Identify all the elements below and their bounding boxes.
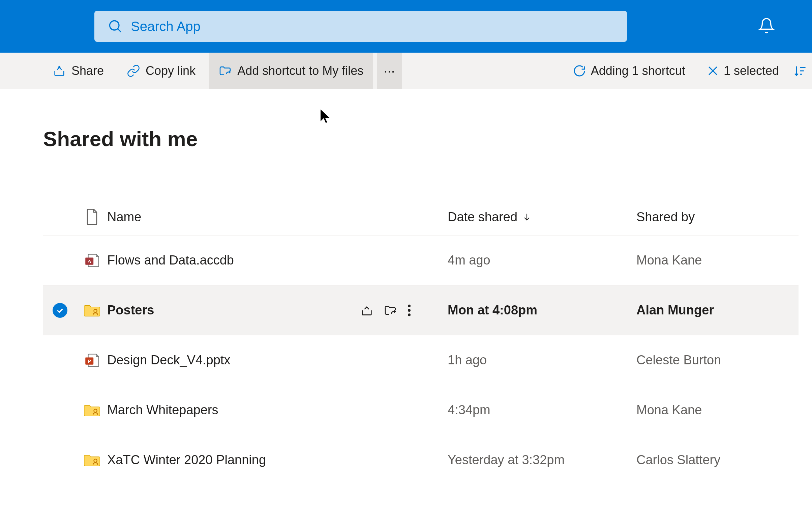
- more-actions-button[interactable]: ···: [377, 53, 402, 89]
- clear-selection-button[interactable]: 1 selected: [699, 53, 786, 89]
- share-label: Share: [71, 64, 104, 78]
- search-box[interactable]: Search App: [95, 11, 627, 42]
- file-name[interactable]: XaTC Winter 2020 Planning: [107, 453, 360, 467]
- copy-link-label: Copy link: [146, 64, 195, 78]
- add-shortcut-label: Add shortcut to My files: [237, 64, 363, 78]
- shared-by-cell: Alan Munger: [636, 303, 798, 318]
- svg-line-1: [118, 29, 121, 32]
- column-header-sharedby[interactable]: Shared by: [636, 210, 798, 224]
- svg-text:P: P: [88, 358, 91, 364]
- row-more-button[interactable]: [407, 304, 411, 317]
- row-shortcut-button[interactable]: [383, 304, 397, 317]
- date-shared-cell: 4m ago: [448, 253, 636, 267]
- page-title: Shared with me: [43, 127, 798, 151]
- date-header-label: Date shared: [448, 210, 518, 224]
- selection-check-icon[interactable]: [53, 303, 68, 318]
- file-name[interactable]: Flows and Data.accdb: [107, 253, 360, 267]
- add-shortcut-button[interactable]: Add shortcut to My files: [209, 53, 373, 89]
- table-row[interactable]: P Design Deck_V4.pptx1h agoCeleste Burto…: [43, 335, 798, 385]
- file-icon: [85, 208, 99, 226]
- share-icon: [53, 64, 66, 78]
- share-button[interactable]: Share: [43, 53, 113, 89]
- notifications-button[interactable]: [751, 17, 782, 36]
- arrow-down-icon: [522, 212, 532, 222]
- table-row[interactable]: XaTC Winter 2020 PlanningYesterday at 3:…: [43, 435, 798, 485]
- shared-folder-icon: [77, 303, 107, 318]
- table-row[interactable]: Posters Mon at 4:08pmAlan Mu: [43, 285, 798, 335]
- row-share-button[interactable]: [360, 304, 374, 317]
- cursor-icon: [319, 107, 332, 125]
- folder-shortcut-icon: [383, 304, 397, 317]
- column-header-date[interactable]: Date shared: [448, 210, 636, 224]
- svg-point-12: [408, 304, 410, 307]
- shared-folder-icon: [77, 403, 107, 418]
- app-header: Search App: [0, 0, 812, 53]
- svg-point-14: [408, 313, 410, 316]
- access-icon: A: [77, 252, 107, 268]
- status-label: Adding 1 shortcut: [591, 64, 685, 78]
- more-vertical-icon: [407, 304, 411, 317]
- shared-by-cell: Carlos Slattery: [636, 453, 798, 467]
- sort-icon: [793, 64, 807, 78]
- content-area: Shared with me Name Date shared Shared b…: [0, 127, 812, 485]
- copy-link-button[interactable]: Copy link: [117, 53, 205, 89]
- shared-folder-icon: [77, 453, 107, 468]
- date-shared-cell: 4:34pm: [448, 403, 636, 417]
- search-placeholder: Search App: [131, 19, 201, 34]
- selected-label: 1 selected: [724, 64, 779, 78]
- column-header-name[interactable]: Name: [107, 210, 360, 224]
- shared-by-cell: Mona Kane: [636, 403, 798, 417]
- share-icon: [360, 304, 374, 317]
- search-icon: [108, 19, 123, 34]
- table-row[interactable]: March Whitepapers4:34pmMona Kane: [43, 385, 798, 435]
- shared-by-cell: Mona Kane: [636, 253, 798, 267]
- more-label: ···: [383, 64, 395, 79]
- file-type-header-icon[interactable]: [77, 208, 107, 226]
- svg-text:A: A: [88, 258, 92, 264]
- folder-shortcut-icon: [218, 64, 232, 78]
- table-row[interactable]: A Flows and Data.accdb4m agoMona Kane: [43, 236, 798, 285]
- svg-point-13: [408, 309, 410, 312]
- powerpoint-icon: P: [77, 352, 107, 368]
- svg-point-0: [110, 21, 119, 30]
- refresh-icon: [573, 64, 586, 78]
- link-icon: [127, 64, 140, 78]
- table-header-row: Name Date shared Shared by: [43, 208, 798, 236]
- file-list-table: Name Date shared Shared by A Flows and D…: [43, 208, 798, 485]
- bell-icon: [758, 17, 775, 34]
- sort-button[interactable]: [791, 53, 812, 89]
- date-shared-cell: Mon at 4:08pm: [448, 303, 636, 318]
- file-name[interactable]: Posters: [107, 303, 360, 318]
- date-shared-cell: 1h ago: [448, 353, 636, 367]
- close-icon: [706, 64, 720, 78]
- date-shared-cell: Yesterday at 3:32pm: [448, 453, 636, 467]
- shared-by-cell: Celeste Burton: [636, 353, 798, 367]
- adding-shortcut-status: Adding 1 shortcut: [563, 53, 695, 89]
- command-bar: Share Copy link Add shortcut to My files…: [0, 53, 812, 89]
- file-name[interactable]: Design Deck_V4.pptx: [107, 353, 360, 367]
- file-name[interactable]: March Whitepapers: [107, 403, 360, 417]
